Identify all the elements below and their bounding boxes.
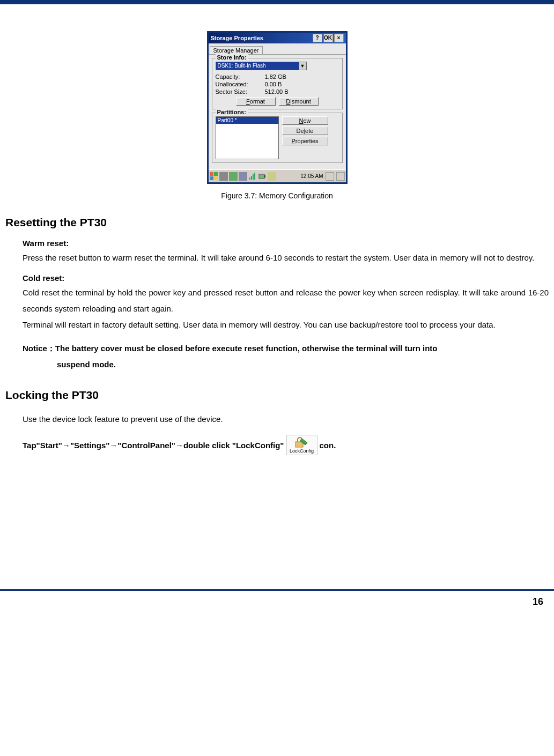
partitions-legend: Partitions: bbox=[216, 109, 248, 115]
svg-rect-6 bbox=[239, 172, 247, 181]
lock-steps-pre: Tap"Start"→"Settings"→"ControlPanel"→dou… bbox=[23, 441, 284, 450]
capacity-label: Capacity: bbox=[216, 73, 265, 80]
lockconfig-icon: LockConfig bbox=[286, 435, 317, 455]
sector-value: 512.00 B bbox=[265, 88, 289, 95]
capacity-value: 1.82 GB bbox=[265, 73, 286, 80]
tray-icon-det[interactable] bbox=[268, 172, 276, 181]
heading-resetting: Resetting the PT30 bbox=[5, 216, 554, 229]
tray-icon-3[interactable] bbox=[239, 172, 247, 181]
desktop-icon[interactable] bbox=[336, 172, 345, 181]
start-icon[interactable] bbox=[210, 172, 218, 181]
tab-storage-manager[interactable]: Storage Manager bbox=[210, 46, 263, 54]
tray-icon-1[interactable] bbox=[219, 172, 228, 181]
notice-text: Notice：The battery cover must be closed … bbox=[23, 340, 549, 357]
store-info-fieldset: Store Info: DSK1: Built-In Flash ▼ Capac… bbox=[212, 58, 343, 109]
figure-caption: Figure 3.7: Memory Configuration bbox=[0, 191, 554, 200]
new-button[interactable]: New bbox=[282, 116, 328, 125]
partitions-fieldset: Partitions: Part00 * New Delete Properti… bbox=[212, 113, 343, 163]
sector-row: Sector Size: 512.00 B bbox=[216, 88, 339, 95]
page-number: 16 bbox=[0, 591, 554, 607]
close-button[interactable]: × bbox=[334, 34, 344, 42]
unallocated-value: 0.00 B bbox=[265, 81, 282, 87]
svg-rect-3 bbox=[214, 176, 218, 180]
ok-button[interactable]: OK bbox=[323, 34, 333, 42]
lock-steps-line: Tap"Start"→"Settings"→"ControlPanel"→dou… bbox=[23, 435, 549, 455]
figure-container: Storage Properties ? OK × Storage Manage… bbox=[0, 31, 554, 200]
properties-button[interactable]: Properties bbox=[282, 137, 328, 145]
chevron-down-icon: ▼ bbox=[299, 62, 306, 70]
format-button-rest: ormat bbox=[250, 98, 265, 105]
lock-steps-post: con. bbox=[320, 441, 336, 450]
dismount-button-rest: ismount bbox=[290, 98, 311, 105]
svg-rect-8 bbox=[264, 175, 265, 177]
signal-icon[interactable] bbox=[248, 172, 257, 181]
cold-reset-body-2: Terminal will restart in factory default… bbox=[23, 317, 549, 333]
disk-dropdown-value: DSK1: Built-In Flash bbox=[216, 62, 299, 70]
partition-item-selected[interactable]: Part00 * bbox=[216, 117, 278, 124]
lock-body: Use the device lock feature to prevent u… bbox=[23, 411, 549, 427]
page-top-border bbox=[0, 0, 554, 4]
storage-properties-window: Storage Properties ? OK × Storage Manage… bbox=[207, 31, 348, 184]
taskbar-clock: 12:05 AM bbox=[300, 173, 323, 179]
unallocated-label: Unallocated: bbox=[216, 81, 265, 87]
svg-rect-9 bbox=[260, 175, 264, 178]
sip-icon[interactable] bbox=[326, 172, 334, 181]
svg-rect-1 bbox=[214, 172, 218, 176]
disk-dropdown[interactable]: DSK1: Built-In Flash ▼ bbox=[216, 62, 307, 70]
notice-text-cont: suspend mode. bbox=[57, 357, 549, 373]
svg-rect-2 bbox=[210, 176, 213, 180]
tab-bar: Storage Manager bbox=[209, 43, 346, 55]
tray-icon-2[interactable] bbox=[229, 172, 238, 181]
delete-button[interactable]: Delete bbox=[282, 127, 328, 135]
warm-reset-body: Press the reset button to warm reset the… bbox=[23, 250, 549, 266]
window-title: Storage Properties bbox=[211, 35, 312, 41]
cold-reset-body-1: Cold reset the terminal by hold the powe… bbox=[23, 285, 549, 317]
warm-reset-heading: Warm reset: bbox=[23, 239, 549, 248]
dialog-body: Store Info: DSK1: Built-In Flash ▼ Capac… bbox=[209, 55, 346, 169]
partition-listbox[interactable]: Part00 * bbox=[216, 116, 279, 159]
battery-icon[interactable] bbox=[258, 172, 267, 181]
svg-rect-4 bbox=[219, 172, 228, 181]
store-info-legend: Store Info: bbox=[216, 54, 248, 61]
svg-rect-0 bbox=[210, 172, 213, 176]
taskbar: 12:05 AM bbox=[209, 169, 346, 182]
lockconfig-icon-label: LockConfig bbox=[290, 448, 314, 454]
sector-label: Sector Size: bbox=[216, 88, 265, 95]
window-titlebar: Storage Properties ? OK × bbox=[209, 33, 346, 43]
capacity-row: Capacity: 1.82 GB bbox=[216, 73, 339, 80]
svg-rect-5 bbox=[229, 172, 238, 181]
format-button[interactable]: Format bbox=[236, 97, 276, 106]
unallocated-row: Unallocated: 0.00 B bbox=[216, 81, 339, 87]
help-button[interactable]: ? bbox=[313, 34, 322, 42]
cold-reset-heading: Cold reset: bbox=[23, 273, 549, 283]
dismount-button[interactable]: Dismount bbox=[279, 97, 319, 106]
heading-locking: Locking the PT30 bbox=[5, 389, 554, 402]
svg-rect-10 bbox=[268, 172, 276, 181]
